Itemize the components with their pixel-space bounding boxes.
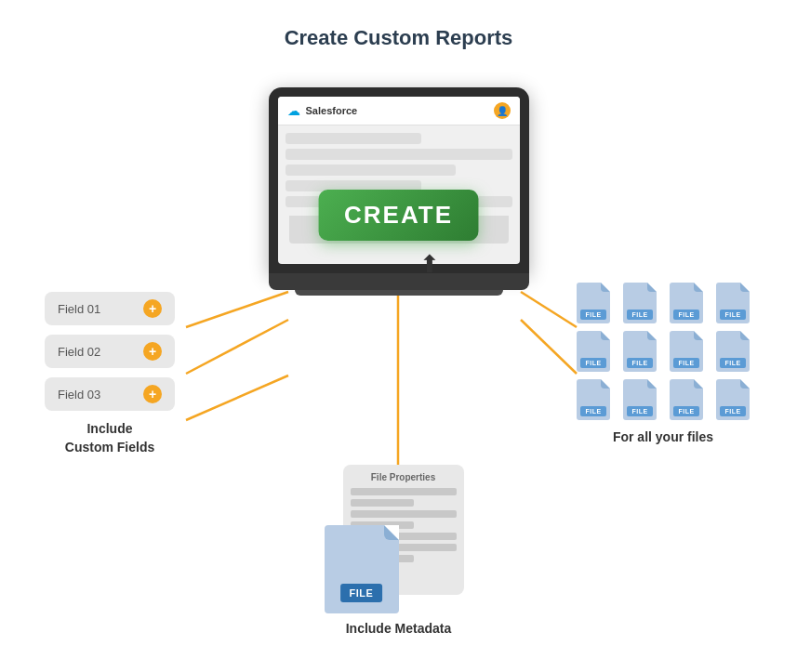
list-item: FILE bbox=[620, 331, 659, 372]
list-item: FILE bbox=[574, 283, 613, 323]
big-file-label: FILE bbox=[340, 584, 383, 602]
field-01-plus[interactable]: + bbox=[143, 299, 162, 318]
file-doc-icon: FILE bbox=[716, 283, 750, 323]
file-doc-icon: FILE bbox=[623, 331, 657, 372]
page-title: Create Custom Reports bbox=[285, 26, 513, 50]
file-doc-icon: FILE bbox=[670, 283, 703, 323]
field-03-label: Field 03 bbox=[58, 388, 100, 402]
metadata-docs: File Properties FILE bbox=[325, 465, 473, 613]
list-item: FILE bbox=[667, 283, 706, 323]
list-item: FILE bbox=[620, 379, 659, 420]
files-caption: For all your files bbox=[574, 429, 752, 444]
file-label: FILE bbox=[720, 310, 745, 320]
file-doc-icon: FILE bbox=[623, 283, 657, 323]
field-03-box: Field 03 + bbox=[45, 377, 175, 411]
file-label: FILE bbox=[673, 310, 698, 320]
field-03-plus[interactable]: + bbox=[143, 385, 162, 403]
diagram-area: ☁ Salesforce 👤 CREATE bbox=[0, 69, 797, 664]
list-item: FILE bbox=[713, 379, 752, 420]
file-label: FILE bbox=[627, 406, 652, 416]
field-02-box: Field 02 + bbox=[45, 335, 175, 368]
screen-row-2 bbox=[286, 149, 512, 160]
fields-caption-line1: Include bbox=[86, 421, 132, 436]
svg-line-4 bbox=[521, 320, 577, 374]
screen-header: ☁ Salesforce 👤 bbox=[278, 97, 520, 125]
file-properties-header: File Properties bbox=[351, 472, 457, 482]
list-item: FILE bbox=[667, 379, 706, 420]
screen-row-1 bbox=[286, 133, 421, 144]
file-label: FILE bbox=[580, 406, 605, 416]
file-doc-icon: FILE bbox=[670, 331, 703, 372]
list-item: FILE bbox=[713, 331, 752, 372]
fields-caption: Include Custom Fields bbox=[45, 420, 175, 456]
file-label: FILE bbox=[580, 358, 605, 368]
field-01-box: Field 01 + bbox=[45, 292, 175, 325]
screen-row-3 bbox=[286, 165, 456, 176]
file-doc-icon: FILE bbox=[577, 379, 610, 420]
list-item: FILE bbox=[574, 331, 613, 372]
cursor-icon: ⬆ bbox=[419, 250, 440, 279]
list-item: FILE bbox=[620, 283, 659, 323]
file-label: FILE bbox=[580, 310, 605, 320]
file-label: FILE bbox=[673, 358, 698, 368]
files-grid: FILE FILE FILE FILE bbox=[574, 283, 752, 420]
metadata-panel: File Properties FILE Include bbox=[325, 465, 473, 636]
file-doc-icon: FILE bbox=[716, 331, 750, 372]
list-item: FILE bbox=[713, 283, 752, 323]
file-label: FILE bbox=[720, 406, 745, 416]
svg-line-2 bbox=[186, 376, 288, 420]
fp-line bbox=[351, 499, 414, 507]
file-label: FILE bbox=[627, 310, 652, 320]
file-doc-icon: FILE bbox=[623, 379, 657, 420]
svg-line-1 bbox=[186, 320, 288, 374]
laptop-device: ☁ Salesforce 👤 bbox=[269, 87, 529, 290]
svg-line-0 bbox=[186, 292, 288, 327]
file-doc-icon: FILE bbox=[577, 283, 610, 323]
file-label: FILE bbox=[673, 406, 698, 416]
file-doc-icon: FILE bbox=[716, 379, 750, 420]
custom-fields-panel: Field 01 + Field 02 + Field 03 + Include… bbox=[45, 292, 175, 456]
list-item: FILE bbox=[667, 331, 706, 372]
file-doc-icon: FILE bbox=[577, 331, 610, 372]
salesforce-cloud-icon: ☁ bbox=[287, 103, 300, 118]
files-panel: FILE FILE FILE FILE bbox=[574, 283, 752, 444]
big-file-icon: FILE bbox=[325, 525, 399, 613]
page-container: Create Custom Reports ☁ Salesforce 👤 bbox=[0, 0, 797, 672]
svg-line-3 bbox=[521, 292, 577, 327]
salesforce-label: Salesforce bbox=[306, 105, 358, 116]
field-02-plus[interactable]: + bbox=[143, 342, 162, 361]
user-avatar: 👤 bbox=[494, 102, 511, 119]
fields-caption-line2: Custom Fields bbox=[65, 440, 154, 455]
list-item: FILE bbox=[574, 379, 613, 420]
create-button[interactable]: CREATE bbox=[318, 190, 479, 241]
laptop-base bbox=[269, 273, 529, 290]
field-01-label: Field 01 bbox=[58, 302, 100, 316]
file-doc-icon: FILE bbox=[670, 379, 703, 420]
fp-line bbox=[351, 510, 457, 518]
field-02-label: Field 02 bbox=[58, 345, 100, 359]
file-label: FILE bbox=[627, 358, 652, 368]
file-label: FILE bbox=[720, 358, 745, 368]
laptop-screen: ☁ Salesforce 👤 bbox=[269, 87, 529, 273]
fp-line bbox=[351, 488, 457, 495]
metadata-caption: Include Metadata bbox=[325, 621, 473, 636]
